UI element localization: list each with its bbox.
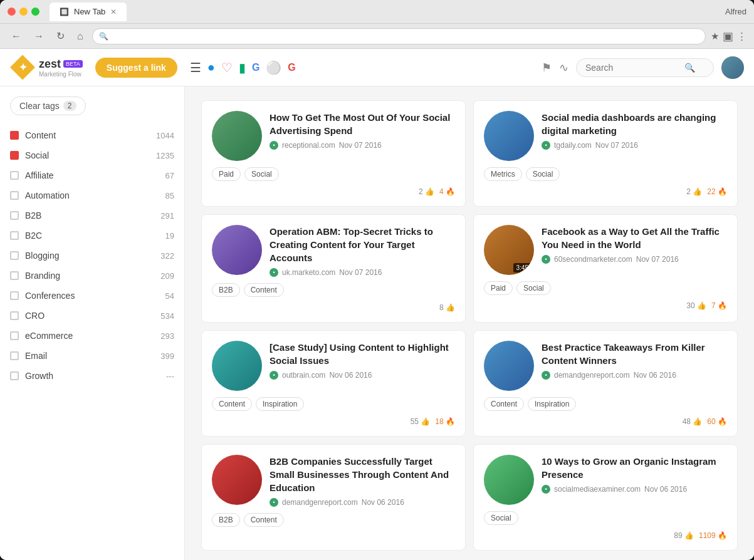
fire-count: 18 🔥	[435, 417, 455, 426]
search-input[interactable]	[585, 63, 679, 73]
article-source: • tgdaily.com Nov 07 2016	[542, 141, 727, 150]
forward-button[interactable]: →	[30, 28, 48, 44]
maximize-button[interactable]	[31, 8, 39, 16]
stack-icon[interactable]: ⚪	[266, 60, 281, 75]
extensions-icon[interactable]: ▣	[723, 29, 733, 43]
clear-tags-button[interactable]: Clear tags 2	[10, 96, 86, 115]
tag-checkbox[interactable]	[10, 351, 19, 360]
thumbup-count: 89 👍	[674, 531, 694, 540]
thumbup-count: 8 👍	[439, 303, 455, 312]
article-tag[interactable]: Metrics	[484, 167, 522, 181]
tag-checkbox[interactable]	[10, 231, 19, 240]
menu-icon[interactable]: ⋮	[737, 31, 746, 42]
medium-icon[interactable]: ▮	[239, 60, 246, 75]
tag-name: Affiliate	[25, 170, 165, 180]
tag-checkbox[interactable]	[10, 331, 19, 340]
article-tags: ContentInspiration	[212, 397, 455, 411]
fire-count: 1109 🔥	[699, 531, 727, 540]
sidebar-tag-item[interactable]: Conferences 54	[0, 286, 184, 306]
tag-checkbox[interactable]	[10, 211, 19, 220]
article-title[interactable]: Operation ABM: Top-Secret Tricks to Crea…	[270, 225, 455, 264]
tag-checkbox[interactable]	[10, 191, 19, 200]
tag-checkbox[interactable]	[10, 151, 19, 160]
active-tab[interactable]: 🔲 New Tab ✕	[50, 3, 127, 21]
article-top: Social media dashboards are changing dig…	[484, 111, 727, 161]
share-icon[interactable]: ∿	[559, 61, 568, 75]
article-info: B2B Companies Successfully Target Small …	[270, 455, 455, 507]
close-button[interactable]	[8, 8, 16, 16]
sidebar-tag-item[interactable]: Blogging 322	[0, 246, 184, 266]
sidebar-tag-item[interactable]: B2B 291	[0, 205, 184, 226]
source-favicon: •	[542, 371, 550, 380]
article-title[interactable]: Social media dashboards are changing dig…	[542, 111, 727, 137]
article-title[interactable]: How To Get The Most Out Of Your Social A…	[270, 111, 455, 137]
article-actions: 2 👍 4 🔥	[212, 187, 455, 196]
sidebar-tag-item[interactable]: Affiliate 67	[0, 165, 184, 185]
sidebar-tag-item[interactable]: CRO 534	[0, 306, 184, 326]
article-source: • demandgenreport.com Nov 06 2016	[270, 498, 455, 507]
home-button[interactable]: ⌂	[73, 28, 87, 44]
heart-icon[interactable]: ♡	[221, 60, 233, 75]
tag-checkbox[interactable]	[10, 251, 19, 260]
tag-name: Branding	[25, 271, 160, 281]
article-tag[interactable]: B2B	[212, 513, 240, 527]
tag-checkbox[interactable]	[10, 371, 19, 380]
article-date: Nov 06 2016	[634, 371, 676, 380]
sidebar-tag-item[interactable]: Growth ---	[0, 366, 184, 386]
article-tag[interactable]: Paid	[212, 167, 241, 181]
article-tag[interactable]: Content	[484, 397, 524, 411]
article-tag[interactable]: Social	[244, 167, 279, 181]
suggest-link-button[interactable]: Suggest a link	[95, 58, 177, 78]
article-title[interactable]: B2B Companies Successfully Target Small …	[270, 455, 455, 494]
tag-checkbox[interactable]	[10, 291, 19, 300]
article-top: How To Get The Most Out Of Your Social A…	[212, 111, 455, 161]
article-tag[interactable]: Paid	[484, 281, 513, 295]
search-bar[interactable]: 🔍	[576, 58, 714, 77]
article-card: Best Practice Takeaways From Killer Cont…	[473, 330, 738, 437]
tab-close-icon[interactable]: ✕	[110, 8, 117, 16]
sidebar-tag-item[interactable]: B2C 19	[0, 226, 184, 246]
sidebar-tag-item[interactable]: Branding 209	[0, 266, 184, 286]
avatar[interactable]	[721, 56, 744, 79]
source-domain: tgdaily.com	[554, 141, 592, 150]
layers-icon[interactable]: ☰	[190, 60, 201, 75]
article-title[interactable]: 10 Ways to Grow an Organic Instagram Pre…	[542, 455, 727, 481]
tag-checkbox[interactable]	[10, 171, 19, 180]
article-top: [Case Study] Using Content to Highlight …	[212, 341, 455, 391]
article-tag[interactable]: Social	[526, 167, 560, 181]
article-tag[interactable]: Inspiration	[256, 397, 304, 411]
buffer-icon[interactable]: ●	[207, 60, 215, 75]
article-title[interactable]: Facebook as a Way to Get All the Traffic…	[542, 225, 727, 251]
article-tag[interactable]: Content	[244, 513, 284, 527]
thumbup-count: 30 👍	[686, 301, 706, 310]
google-icon[interactable]: G	[252, 62, 259, 73]
address-bar[interactable]: 🔍	[92, 28, 706, 44]
article-tag[interactable]: B2B	[212, 283, 240, 297]
back-button[interactable]: ←	[8, 28, 25, 44]
article-title[interactable]: Best Practice Takeaways From Killer Cont…	[542, 341, 727, 367]
article-tag[interactable]: Social	[484, 511, 518, 525]
flag-icon[interactable]: ⚑	[542, 61, 552, 75]
fire-count: 7 🔥	[711, 301, 727, 310]
reload-button[interactable]: ↻	[53, 28, 68, 44]
article-tag[interactable]: Content	[244, 283, 284, 297]
tag-checkbox[interactable]	[10, 131, 19, 140]
sidebar-tag-item[interactable]: Social 1235	[0, 145, 184, 165]
tag-checkbox[interactable]	[10, 271, 19, 280]
sidebar-tag-item[interactable]: Automation 85	[0, 185, 184, 205]
article-thumbnail	[484, 341, 534, 391]
article-tag[interactable]: Inspiration	[528, 397, 576, 411]
article-title[interactable]: [Case Study] Using Content to Highlight …	[270, 341, 455, 367]
minimize-button[interactable]	[19, 8, 28, 16]
bookmark-star-icon[interactable]: ★	[711, 31, 719, 42]
tag-checkbox[interactable]	[10, 311, 19, 320]
sidebar-tag-item[interactable]: eCommerce 293	[0, 326, 184, 346]
sidebar-tag-item[interactable]: Content 1044	[0, 125, 184, 145]
google2-icon[interactable]: G	[288, 62, 295, 73]
article-tag[interactable]: Social	[516, 281, 551, 295]
logo-text: zest	[39, 58, 61, 71]
article-tag[interactable]: Content	[212, 397, 252, 411]
sidebar-tag-item[interactable]: Email 399	[0, 346, 184, 366]
tag-name: eCommerce	[25, 331, 160, 341]
source-favicon: •	[542, 485, 550, 494]
